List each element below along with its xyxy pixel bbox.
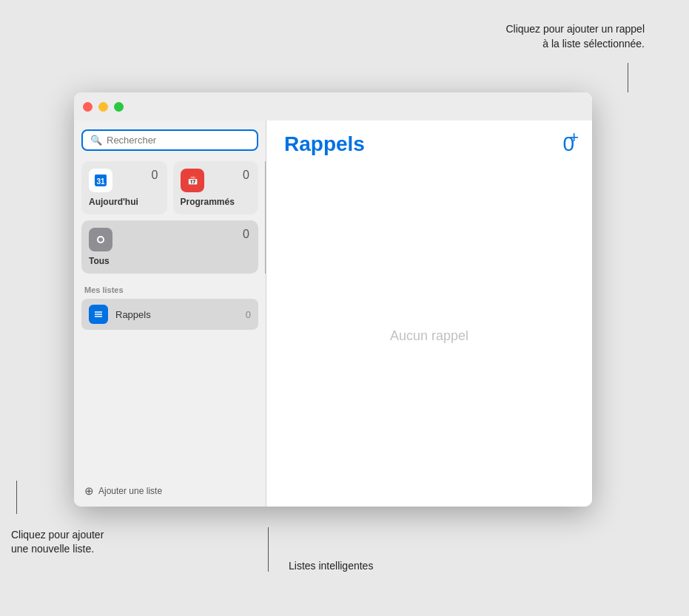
scheduled-count: 0 (243, 169, 249, 182)
annotation-line-left (16, 481, 17, 514)
main-title: Rappels (284, 132, 365, 156)
list-item-label: Rappels (115, 309, 246, 320)
today-icon: 31 (89, 169, 112, 192)
list-item-icon (89, 305, 108, 324)
my-lists-title: Mes listes (81, 285, 258, 294)
add-list-label: Ajouter une liste (98, 486, 162, 496)
smart-lists-grid: 31 0 Aujourd'hui 📅 (81, 161, 258, 274)
main-content: Rappels 0 Aucun rappel (266, 92, 592, 507)
close-button[interactable] (83, 102, 93, 112)
app-window: 🔍 31 (74, 92, 592, 507)
smart-lists-container: 31 0 Aujourd'hui 📅 (81, 161, 258, 274)
annotation-top-right: Cliquez pour ajouter un rappel à la list… (505, 22, 645, 51)
scheduled-icon: 📅 (181, 169, 204, 192)
annotation-line-top (628, 63, 628, 92)
today-label: Aujourd'hui (89, 197, 138, 207)
smart-card-all[interactable]: 0 Tous (81, 220, 258, 274)
svg-text:📅: 📅 (186, 175, 198, 186)
add-list-icon: ⊕ (84, 484, 94, 498)
traffic-lights (83, 102, 124, 112)
smart-card-scheduled[interactable]: 📅 0 Programmés (173, 161, 259, 214)
smart-lists-divider (265, 161, 266, 274)
search-icon: 🔍 (90, 135, 102, 146)
add-list-button[interactable]: ⊕ Ajouter une liste (74, 475, 266, 507)
titlebar (74, 92, 592, 121)
add-reminder-button[interactable]: + (569, 128, 579, 147)
maximize-button[interactable] (114, 102, 124, 112)
scheduled-label: Programmés (181, 197, 235, 207)
all-label: Tous (89, 256, 110, 266)
sidebar-content: 🔍 31 (74, 121, 266, 475)
annotation-bottom-left: Cliquez pour ajouter une nouvelle liste. (11, 528, 104, 557)
annotation-bottom-mid: Listes intelligentes (289, 560, 373, 572)
minimize-button[interactable] (98, 102, 108, 112)
annotation-line-divider (268, 527, 269, 572)
svg-rect-3 (95, 175, 107, 178)
svg-point-8 (98, 237, 103, 242)
smart-card-today[interactable]: 31 0 Aujourd'hui (81, 161, 167, 214)
list-item-rappels[interactable]: Rappels 0 (81, 299, 258, 330)
search-input[interactable] (107, 135, 249, 146)
empty-state: Aucun rappel (266, 165, 592, 507)
all-icon (89, 228, 112, 251)
search-bar[interactable]: 🔍 (81, 129, 258, 151)
today-count: 0 (152, 169, 158, 182)
svg-text:31: 31 (96, 177, 105, 186)
list-item-count: 0 (246, 309, 251, 320)
main-header: Rappels 0 (266, 121, 592, 165)
sidebar: 🔍 31 (74, 92, 266, 507)
all-count: 0 (243, 228, 249, 241)
